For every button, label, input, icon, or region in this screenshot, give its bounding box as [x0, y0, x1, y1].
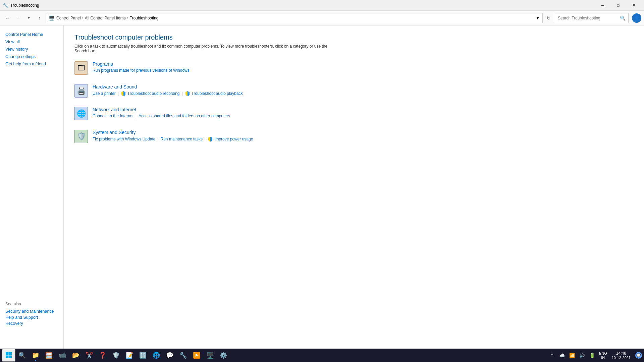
network-icon: 🌐: [74, 107, 88, 120]
path-segment-2: All Control Panel Items: [85, 16, 126, 20]
notification-button[interactable]: 💬: [635, 352, 642, 359]
programs-sub-links: Run programs made for previous versions …: [93, 68, 633, 73]
title-icon: 🔧: [3, 3, 8, 8]
taskbar-help-button[interactable]: ❓: [96, 349, 109, 362]
address-path[interactable]: 🖥️ Control Panel › All Control Panel Ite…: [46, 13, 543, 23]
user-avatar: 👤: [632, 13, 641, 23]
uac-shield-audio-play: [185, 91, 190, 96]
taskbar-teams-button[interactable]: 📹: [56, 349, 69, 362]
taskbar-video-button[interactable]: ▶️: [190, 349, 203, 362]
refresh-button[interactable]: ↻: [544, 13, 553, 23]
taskbar-skype-button[interactable]: 💬: [163, 349, 176, 362]
minimize-button[interactable]: ─: [595, 0, 610, 11]
see-also: See also Security and Maintenance Help a…: [0, 296, 64, 332]
title-bar: 🔧 Troubleshooting ─ □ ✕: [0, 0, 644, 11]
see-also-security[interactable]: Security and Maintenance: [5, 308, 58, 314]
network-sub-links: Connect to the Internet | Access shared …: [93, 114, 633, 118]
clock-date: 10-12-2021: [612, 356, 631, 360]
taskbar-calc-button[interactable]: 🔢: [136, 349, 150, 362]
sidebar-item-get-help[interactable]: Get help from a friend: [5, 60, 63, 68]
audio-playback-link[interactable]: Troubleshoot audio playback: [192, 91, 243, 96]
taskbar-notepad-button[interactable]: 📝: [123, 349, 136, 362]
windows-logo: [6, 352, 12, 358]
programs-desc: Run programs made for previous versions …: [93, 68, 190, 73]
recent-button[interactable]: ▼: [24, 13, 34, 23]
programs-icon: 🗔: [74, 61, 88, 75]
taskbar-remote-button[interactable]: 🖥️: [203, 349, 217, 362]
sidebar-links: Control Panel Home View all View history…: [0, 25, 63, 68]
taskbar: 🔍 📁 🪟 📹 📂 ✂️ ❓ 🛡️ 📝 🔢 🌐 💬 🔧 ▶️ 🖥️ ⚙️ ⌃ ☁…: [0, 349, 644, 362]
search-input[interactable]: [558, 16, 620, 20]
use-printer-link[interactable]: Use a printer: [93, 91, 116, 96]
sidebar-item-change-settings[interactable]: Change settings: [5, 53, 63, 60]
maintenance-tasks-link[interactable]: Run maintenance tasks: [161, 137, 203, 141]
see-also-title: See also: [5, 302, 58, 306]
shared-files-link[interactable]: Access shared files and folders on other…: [139, 114, 230, 118]
see-also-recovery[interactable]: Recovery: [5, 320, 58, 326]
system-icon: 🛡️: [74, 130, 88, 143]
start-button[interactable]: [2, 349, 15, 362]
path-segment-1: Control Panel: [56, 16, 81, 20]
window-controls: ─ □ ✕: [595, 0, 641, 11]
page-subtitle: Click on a task to automatically trouble…: [74, 44, 336, 53]
taskbar-security-button[interactable]: 🛡️: [109, 349, 123, 362]
content-area: Troubleshoot computer problems Click on …: [64, 25, 644, 349]
page-title: Troubleshoot computer problems: [74, 34, 633, 41]
taskbar-tools-button[interactable]: 🔧: [176, 349, 190, 362]
search-box[interactable]: 🔍: [555, 13, 629, 23]
system-tray: ⌃ ☁️ 📶 🔊 🔋 ENG IN 14:48 10-12-2021 💬: [547, 349, 642, 362]
network-link[interactable]: Network and Internet: [93, 107, 633, 112]
svg-rect-2: [6, 356, 9, 359]
taskbar-settings-button[interactable]: ⚙️: [217, 349, 230, 362]
path-segment-3: Troubleshooting: [130, 16, 159, 20]
clock-time: 14:48: [616, 351, 626, 356]
power-usage-link[interactable]: Improve power usage: [214, 137, 253, 141]
tray-volume[interactable]: 🔊: [578, 349, 587, 362]
system-link[interactable]: System and Security: [93, 130, 633, 135]
taskbar-store-button[interactable]: 🪟: [42, 349, 56, 362]
search-icon[interactable]: 🔍: [620, 15, 626, 21]
category-hardware: 🖨️ Hardware and Sound Use a printer | Tr…: [74, 84, 633, 98]
tray-lang[interactable]: ENG IN: [598, 351, 608, 359]
taskbar-explorer-button[interactable]: 📁: [29, 349, 42, 362]
hardware-sub-links: Use a printer | Troubleshoot audio recor…: [93, 91, 633, 96]
sidebar-item-view-all[interactable]: View all: [5, 38, 63, 46]
address-bar: ← → ▼ ↑ 🖥️ Control Panel › All Control P…: [0, 11, 644, 25]
see-also-help[interactable]: Help and Support: [5, 314, 58, 320]
sidebar-item-control-panel-home[interactable]: Control Panel Home: [5, 31, 63, 38]
category-network: 🌐 Network and Internet Connect to the In…: [74, 107, 633, 120]
hardware-link[interactable]: Hardware and Sound: [93, 84, 633, 89]
back-button[interactable]: ←: [3, 13, 12, 23]
category-system: 🛡️ System and Security Fix problems with…: [74, 130, 633, 143]
title-text: Troubleshooting: [10, 3, 595, 8]
svg-rect-0: [6, 352, 9, 355]
clock[interactable]: 14:48 10-12-2021: [609, 349, 633, 362]
sidebar-item-view-history[interactable]: View history: [5, 46, 63, 53]
uac-shield-power: [208, 136, 213, 142]
taskbar-snip-button[interactable]: ✂️: [83, 349, 96, 362]
tray-wifi[interactable]: 📶: [568, 349, 577, 362]
category-programs: 🗔 Programs Run programs made for previou…: [74, 61, 633, 75]
svg-rect-3: [9, 356, 12, 359]
hardware-icon: 🖨️: [74, 84, 88, 98]
windows-update-link[interactable]: Fix problems with Windows Update: [93, 137, 155, 141]
taskbar-chrome-button[interactable]: 🌐: [150, 349, 163, 362]
close-button[interactable]: ✕: [626, 0, 641, 11]
taskbar-files-button[interactable]: 📂: [69, 349, 83, 362]
tray-overflow[interactable]: ⌃: [547, 349, 557, 362]
main-layout: Control Panel Home View all View history…: [0, 25, 644, 349]
maximize-button[interactable]: □: [610, 0, 626, 11]
programs-link[interactable]: Programs: [93, 61, 633, 67]
connect-internet-link[interactable]: Connect to the Internet: [93, 114, 133, 118]
up-button[interactable]: ↑: [35, 13, 44, 23]
uac-shield-audio-rec: [121, 91, 126, 96]
system-sub-links: Fix problems with Windows Update | Run m…: [93, 136, 633, 142]
sidebar: Control Panel Home View all View history…: [0, 25, 64, 349]
forward-button[interactable]: →: [13, 13, 23, 23]
audio-recording-link[interactable]: Troubleshoot audio recording: [127, 91, 180, 96]
svg-rect-1: [9, 352, 12, 355]
tray-cloud[interactable]: ☁️: [557, 349, 567, 362]
taskbar-search-button[interactable]: 🔍: [15, 349, 29, 362]
tray-battery[interactable]: 🔋: [588, 349, 597, 362]
